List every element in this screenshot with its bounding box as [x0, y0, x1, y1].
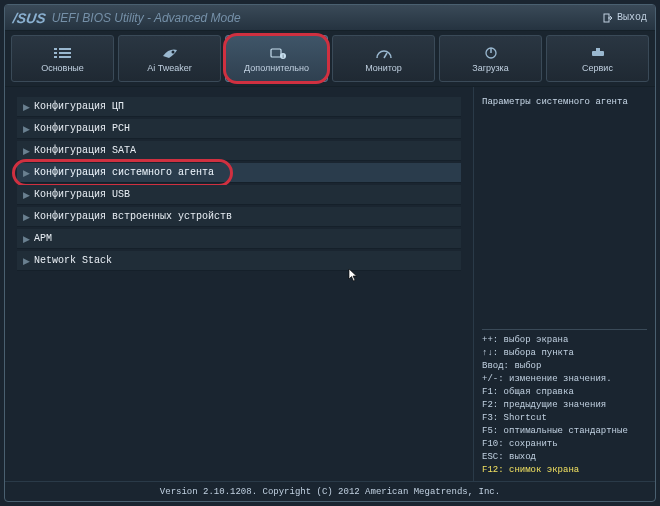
svg-rect-2: [59, 48, 71, 50]
tab-label: Монитор: [365, 63, 402, 73]
chevron-right-icon: ▶: [23, 212, 30, 222]
key-line: F5: оптимальные стандартные: [482, 425, 647, 438]
menu-label: Конфигурация USB: [34, 189, 130, 200]
menu-label: Network Stack: [34, 255, 112, 266]
key-line: F10: сохранить: [482, 438, 647, 451]
svg-rect-3: [54, 52, 57, 54]
chevron-right-icon: ▶: [23, 146, 30, 156]
tab-label: Сервис: [582, 63, 613, 73]
menu-item-sata[interactable]: ▶ Конфигурация SATA: [17, 141, 461, 161]
rocket-icon: [159, 45, 181, 61]
menu-item-onboard[interactable]: ▶ Конфигурация встроенных устройств: [17, 207, 461, 227]
menu-item-network-stack[interactable]: ▶ Network Stack: [17, 251, 461, 271]
tab-main[interactable]: Основные: [11, 35, 114, 82]
key-line: Ввод: выбор: [482, 360, 647, 373]
divider: [482, 329, 647, 330]
menu-label: APM: [34, 233, 52, 244]
body: ▶ Конфигурация ЦП ▶ Конфигурация PCH ▶ К…: [5, 87, 655, 481]
exit-button[interactable]: Выход: [603, 12, 647, 23]
chevron-right-icon: ▶: [23, 256, 30, 266]
tab-advanced[interactable]: i Дополнительно: [225, 35, 328, 82]
key-line: F2: предыдущие значения: [482, 399, 647, 412]
key-line: F3: Shortcut: [482, 412, 647, 425]
svg-rect-4: [59, 52, 71, 54]
footer: Version 2.10.1208. Copyright (C) 2012 Am…: [5, 481, 655, 501]
key-line: ++: выбор экрана: [482, 334, 647, 347]
menu-label: Конфигурация встроенных устройств: [34, 211, 232, 222]
chevron-right-icon: ▶: [23, 124, 30, 134]
list-icon: [52, 45, 74, 61]
tab-label: Основные: [41, 63, 84, 73]
svg-rect-1: [54, 48, 57, 50]
menu-label: Конфигурация PCH: [34, 123, 130, 134]
key-line: F1: общая справка: [482, 386, 647, 399]
power-icon: [480, 45, 502, 61]
menu-item-usb[interactable]: ▶ Конфигурация USB: [17, 185, 461, 205]
key-line: +/-: изменение значения.: [482, 373, 647, 386]
chip-icon: i: [266, 45, 288, 61]
tab-label: Загрузка: [472, 63, 508, 73]
menu-item-cpu[interactable]: ▶ Конфигурация ЦП: [17, 97, 461, 117]
tab-bar: Основные Ai Tweaker i Дополнительно Мони…: [5, 31, 655, 87]
menu-item-system-agent[interactable]: ▶ Конфигурация системного агента: [17, 163, 461, 183]
description-area: Параметры системного агента: [482, 97, 647, 325]
menu-label: Конфигурация ЦП: [34, 101, 124, 112]
menu-item-apm[interactable]: ▶ APM: [17, 229, 461, 249]
description-text: Параметры системного агента: [482, 97, 647, 107]
info-panel: Параметры системного агента ++: выбор эк…: [473, 87, 655, 481]
menu-panel: ▶ Конфигурация ЦП ▶ Конфигурация PCH ▶ К…: [5, 87, 473, 481]
key-line-hot: F12: снимок экрана: [482, 464, 647, 477]
chevron-right-icon: ▶: [23, 168, 30, 178]
chevron-right-icon: ▶: [23, 102, 30, 112]
menu-label: Конфигурация SATA: [34, 145, 136, 156]
svg-rect-5: [54, 56, 57, 58]
svg-text:i: i: [282, 53, 283, 59]
svg-rect-14: [592, 51, 604, 56]
menu-label: Конфигурация системного агента: [34, 167, 214, 178]
asus-logo: /SUS: [12, 10, 47, 26]
svg-line-11: [384, 53, 387, 58]
window-title: UEFI BIOS Utility - Advanced Mode: [52, 11, 241, 25]
key-help: ++: выбор экрана ↑↓: выбора пункта Ввод:…: [482, 334, 647, 477]
title-bar: /SUS UEFI BIOS Utility - Advanced Mode В…: [5, 5, 655, 31]
tab-monitor[interactable]: Монитор: [332, 35, 435, 82]
key-line: ↑↓: выбора пункта: [482, 347, 647, 360]
tab-boot[interactable]: Загрузка: [439, 35, 542, 82]
chevron-right-icon: ▶: [23, 190, 30, 200]
menu-item-pch[interactable]: ▶ Конфигурация PCH: [17, 119, 461, 139]
svg-point-7: [171, 50, 174, 53]
tab-label: Ai Tweaker: [147, 63, 191, 73]
svg-rect-6: [59, 56, 71, 58]
gauge-icon: [373, 45, 395, 61]
tab-service[interactable]: Сервис: [546, 35, 649, 82]
tab-aitweaker[interactable]: Ai Tweaker: [118, 35, 221, 82]
tools-icon: [587, 45, 609, 61]
exit-label: Выход: [617, 12, 647, 23]
svg-rect-15: [596, 48, 600, 51]
tab-label: Дополнительно: [244, 63, 309, 73]
chevron-right-icon: ▶: [23, 234, 30, 244]
version-text: Version 2.10.1208. Copyright (C) 2012 Am…: [160, 487, 500, 497]
exit-icon: [603, 13, 613, 23]
svg-rect-8: [271, 49, 281, 57]
bios-window: /SUS UEFI BIOS Utility - Advanced Mode В…: [4, 4, 656, 502]
key-line: ESC: выход: [482, 451, 647, 464]
